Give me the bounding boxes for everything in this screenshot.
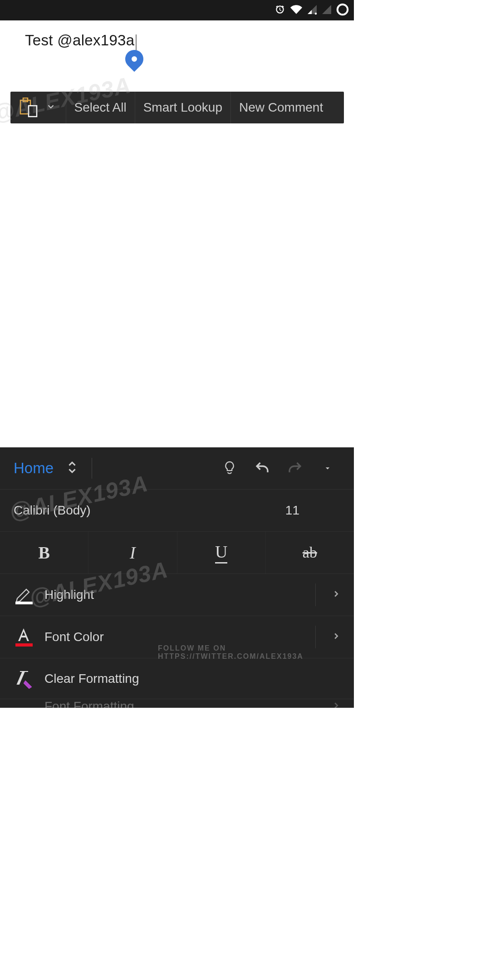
font-picker-row[interactable]: Calibri (Body) 11 <box>0 490 354 532</box>
bold-button[interactable]: B <box>0 532 88 573</box>
svg-point-1 <box>338 4 348 15</box>
clear-formatting-icon <box>14 669 36 689</box>
chevron-right-icon <box>331 588 341 602</box>
context-menu-bar: Select All Smart Lookup New Comment <box>10 92 344 123</box>
document-canvas[interactable]: Test @alex193a <box>0 20 354 92</box>
signal-icon-2 <box>321 4 332 17</box>
font-name[interactable]: Calibri (Body) <box>14 503 91 518</box>
signal-icon-1 <box>307 4 318 17</box>
formatting-panel: Home Calibri (Body) 11 B I U ab Highlig <box>0 447 354 708</box>
font-color-label: Font Color <box>44 630 104 644</box>
chevron-right-icon <box>331 699 341 708</box>
italic-button[interactable]: I <box>88 532 177 573</box>
ribbon-tab-selector[interactable]: Home <box>14 460 54 477</box>
font-size[interactable]: 11 <box>285 503 299 518</box>
undo-button[interactable] <box>246 460 279 476</box>
panel-header: Home <box>0 447 354 490</box>
new-comment-button[interactable]: New Comment <box>230 92 331 123</box>
chevron-right-icon <box>331 630 341 644</box>
font-color-icon <box>14 627 36 647</box>
watermark-follow: FOLLOW ME ON HTTPS://TWITTER.COM/ALEX193… <box>158 644 354 661</box>
paste-icon <box>20 98 38 118</box>
smart-lookup-button[interactable]: Smart Lookup <box>135 92 230 123</box>
chevron-down-icon <box>46 100 56 115</box>
wifi-icon <box>289 4 303 17</box>
highlight-label: Highlight <box>44 588 94 602</box>
redo-button[interactable] <box>279 460 311 476</box>
tell-me-button[interactable] <box>213 460 246 476</box>
underline-button[interactable]: U <box>177 532 266 573</box>
clear-formatting-row[interactable]: Clear Formatting <box>0 658 354 699</box>
font-formatting-row[interactable]: Font Formatting <box>0 699 354 708</box>
clear-formatting-label: Clear Formatting <box>44 671 139 686</box>
document-blank-area[interactable] <box>0 123 354 447</box>
highlight-row[interactable]: Highlight <box>0 574 354 616</box>
paste-button-group[interactable] <box>10 98 66 118</box>
status-bar <box>0 0 354 20</box>
cursor-handle[interactable] <box>125 50 143 68</box>
text-style-row: B I U ab <box>0 532 354 574</box>
document-text[interactable]: Test @alex193a <box>25 32 134 49</box>
strikethrough-button[interactable]: ab <box>266 532 354 573</box>
divider <box>92 458 92 479</box>
circle-icon <box>336 3 349 18</box>
alarm-icon <box>274 4 286 17</box>
svg-rect-4 <box>29 106 37 117</box>
svg-point-0 <box>315 12 317 15</box>
highlight-icon <box>14 585 36 605</box>
tab-switch-icon[interactable] <box>66 459 78 477</box>
svg-rect-6 <box>15 643 33 647</box>
select-all-button[interactable]: Select All <box>66 92 135 123</box>
font-formatting-label: Font Formatting <box>44 699 134 708</box>
svg-rect-5 <box>15 602 33 604</box>
collapse-panel-button[interactable] <box>311 464 344 473</box>
